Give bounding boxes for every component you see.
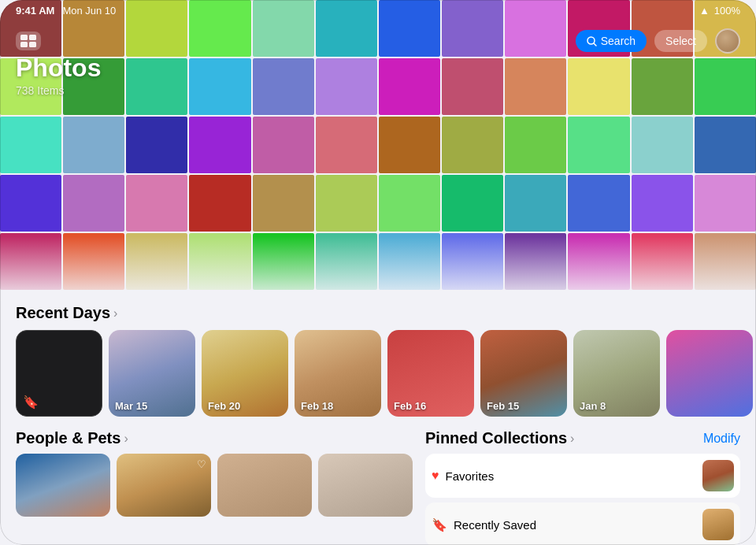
- photo-cell[interactable]: [126, 117, 187, 173]
- recently-saved-label: Recently Saved: [454, 518, 702, 532]
- bottom-panel: Recent Days › 🔖 Mar 15 Feb 20 Feb 18 Feb…: [0, 291, 756, 545]
- collection-item-favorites[interactable]: ♥ Favorites: [425, 454, 740, 498]
- heart-icon: ♡: [197, 458, 206, 470]
- search-button[interactable]: Search: [576, 30, 647, 52]
- photo-cell[interactable]: [316, 175, 377, 232]
- people-pets-header: People & Pets ›: [16, 429, 413, 447]
- favorites-label: Favorites: [446, 469, 703, 483]
- day-label-mar15: Mar 15: [115, 400, 147, 412]
- status-bar: 9:41 AM Mon Jun 10 ▲ 100%: [0, 0, 756, 20]
- day-label-feb15: Feb 15: [487, 400, 519, 412]
- people-pets-title: People & Pets: [16, 429, 120, 447]
- photo-cell[interactable]: [189, 175, 250, 232]
- toolbar-right: Search Select: [576, 28, 740, 54]
- recent-days-scroll[interactable]: 🔖 Mar 15 Feb 20 Feb 18 Feb 16 Feb 15: [0, 330, 756, 417]
- battery-label: 100%: [714, 5, 740, 17]
- photo-cell[interactable]: [379, 58, 440, 115]
- photo-cell[interactable]: [126, 58, 187, 115]
- avatar[interactable]: [715, 28, 740, 54]
- photo-cell[interactable]: [253, 58, 314, 115]
- photo-cell[interactable]: [253, 175, 314, 232]
- photo-cell[interactable]: [695, 175, 756, 232]
- people-pets-scroll[interactable]: ♡: [16, 454, 413, 517]
- day-label-feb20: Feb 20: [208, 400, 240, 412]
- modify-button[interactable]: Modify: [703, 432, 740, 446]
- photo-cell[interactable]: [632, 58, 693, 115]
- photo-cell[interactable]: [568, 175, 629, 232]
- person-card-1[interactable]: [16, 454, 110, 517]
- photo-cell[interactable]: [126, 175, 187, 232]
- toolbar-left: [16, 32, 41, 50]
- search-icon: [587, 36, 597, 46]
- status-date: Mon Jun 10: [62, 5, 116, 17]
- grid-icon: [20, 35, 36, 47]
- people-pets-chevron: ›: [124, 432, 128, 446]
- photo-cell[interactable]: [379, 175, 440, 232]
- day-label-feb18: Feb 18: [301, 400, 333, 412]
- photo-cell[interactable]: [442, 175, 503, 232]
- day-card-feb18[interactable]: Feb 18: [295, 330, 381, 417]
- day-card-mar15[interactable]: Mar 15: [109, 330, 195, 417]
- day-card-feb15[interactable]: Feb 15: [480, 330, 567, 417]
- bookmark-icon: 🔖: [23, 395, 39, 410]
- favorites-thumb: [702, 460, 734, 491]
- photo-cell[interactable]: [0, 175, 61, 232]
- photo-cell[interactable]: [0, 117, 61, 173]
- photo-cell[interactable]: [63, 117, 124, 173]
- day-card-jan8[interactable]: Jan 8: [573, 330, 660, 417]
- svg-rect-2: [20, 42, 28, 47]
- photo-cell[interactable]: [316, 58, 377, 115]
- person-card-2[interactable]: ♡: [117, 454, 211, 517]
- bookmark-collection-icon: 🔖: [432, 517, 447, 532]
- photo-cell[interactable]: [568, 117, 629, 173]
- recent-days-title: Recent Days: [16, 304, 110, 322]
- day-card-feb20[interactable]: Feb 20: [202, 330, 288, 417]
- pinned-chevron: ›: [570, 432, 574, 446]
- grid-gradient: [0, 236, 756, 299]
- photo-cell[interactable]: [189, 117, 250, 173]
- people-pets-column: People & Pets › ♡: [16, 429, 413, 545]
- photo-cell[interactable]: [189, 58, 250, 115]
- recent-days-chevron: ›: [113, 306, 117, 321]
- photo-cell[interactable]: [505, 117, 566, 173]
- recent-days-section: Recent Days › 🔖 Mar 15 Feb 20 Feb 18 Feb…: [0, 304, 756, 417]
- toolbar: Search Select: [0, 22, 756, 60]
- day-label-jan8: Jan 8: [580, 400, 606, 412]
- svg-rect-1: [29, 35, 36, 40]
- day-label-feb16: Feb 16: [394, 400, 426, 412]
- person-card-3[interactable]: [217, 454, 312, 517]
- photo-cell[interactable]: [442, 58, 503, 115]
- select-button[interactable]: Select: [654, 30, 707, 52]
- photo-cell[interactable]: [316, 117, 377, 173]
- collection-item-recently-saved[interactable]: 🔖 Recently Saved: [425, 502, 740, 545]
- heart-collection-icon: ♥: [432, 469, 439, 483]
- photo-cell[interactable]: [632, 175, 693, 232]
- photo-cell[interactable]: [695, 117, 756, 173]
- photos-title-area: Photos 738 Items: [16, 54, 101, 97]
- svg-rect-3: [29, 42, 36, 47]
- photo-cell[interactable]: [253, 117, 314, 173]
- photo-cell[interactable]: [442, 117, 503, 173]
- photo-cell[interactable]: [505, 58, 566, 115]
- wifi-icon: ▲: [699, 5, 710, 17]
- day-card-extra[interactable]: [666, 330, 753, 417]
- photo-cell[interactable]: [568, 58, 629, 115]
- pinned-collections-title: Pinned Collections: [425, 429, 567, 447]
- grid-toggle-button[interactable]: [16, 32, 41, 50]
- photo-cell[interactable]: [695, 58, 756, 115]
- recently-saved-thumb: [702, 509, 734, 540]
- svg-rect-0: [20, 35, 28, 40]
- pinned-collections-column: Pinned Collections › Modify ♥ Favorites …: [425, 429, 740, 545]
- photo-cell[interactable]: [505, 175, 566, 232]
- photo-cell[interactable]: [379, 117, 440, 173]
- photo-cell[interactable]: [63, 175, 124, 232]
- day-card-special[interactable]: 🔖: [16, 330, 102, 417]
- recent-days-header: Recent Days ›: [0, 304, 756, 322]
- pinned-collections-header: Pinned Collections › Modify: [425, 429, 740, 447]
- photo-cell[interactable]: [632, 117, 693, 173]
- status-time: 9:41 AM: [16, 5, 54, 17]
- svg-line-5: [594, 43, 596, 46]
- status-right: ▲ 100%: [699, 5, 740, 17]
- day-card-feb16[interactable]: Feb 16: [387, 330, 474, 417]
- person-card-4[interactable]: [318, 454, 413, 517]
